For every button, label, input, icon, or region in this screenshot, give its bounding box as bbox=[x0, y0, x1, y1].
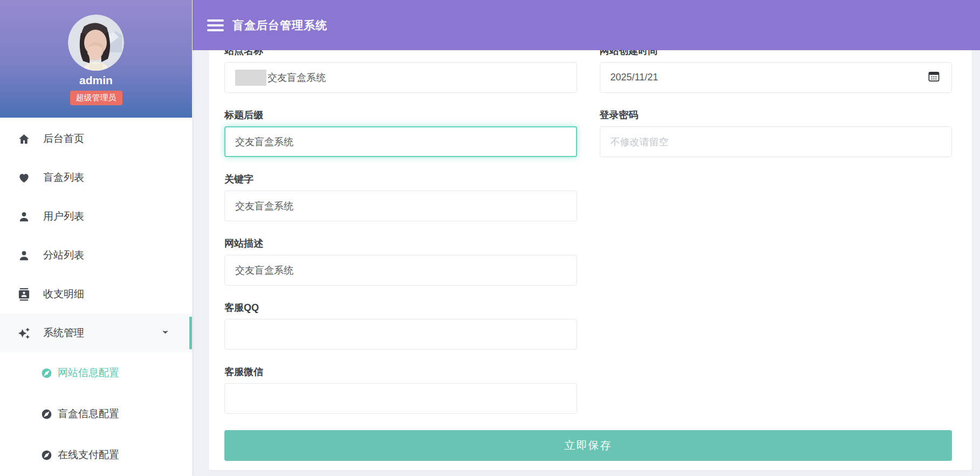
service-qq-label: 客服QQ bbox=[224, 302, 577, 314]
contact-card-icon bbox=[18, 288, 30, 301]
system-submenu: 网站信息配置 盲盒信息配置 在线支付配置 bbox=[0, 352, 192, 475]
sidebar-item-system-management[interactable]: 系统管理 bbox=[0, 314, 192, 352]
profile-section: admin 超级管理员 bbox=[0, 0, 192, 118]
compass-icon bbox=[41, 409, 52, 420]
user-icon bbox=[18, 210, 30, 223]
sidebar-item-user-list[interactable]: 用户列表 bbox=[0, 197, 192, 236]
login-password-label: 登录密码 bbox=[600, 109, 952, 121]
description-input[interactable]: 交友盲盒系统 bbox=[224, 255, 577, 285]
avatar-image bbox=[68, 15, 124, 71]
sidebar-item-transactions[interactable]: 收支明细 bbox=[0, 275, 192, 314]
submenu-item-online-payment-config[interactable]: 在线支付配置 bbox=[0, 434, 192, 475]
home-icon bbox=[18, 133, 30, 145]
field-login-password: 登录密码 不修改请留空 bbox=[600, 109, 952, 157]
sidebar-item-box-list[interactable]: 盲盒列表 bbox=[0, 158, 192, 197]
sparkles-icon bbox=[18, 327, 30, 339]
service-wechat-input[interactable] bbox=[224, 383, 577, 414]
submenu-item-site-info-config[interactable]: 网站信息配置 bbox=[0, 352, 192, 393]
settings-form: 站点名称 交友盲盒系统 网站创建时间 2025/11/21 bbox=[224, 50, 952, 461]
field-title-suffix: 标题后缀 交友盲盒系统 bbox=[224, 109, 577, 157]
chevron-down-icon bbox=[161, 327, 169, 339]
keywords-label: 关键字 bbox=[224, 173, 577, 185]
sidebar-item-label: 分站列表 bbox=[43, 248, 84, 262]
description-label: 网站描述 bbox=[224, 237, 577, 249]
sidebar-menu: 后台首页 盲盒列表 用户列表 分站列表 收支明细 bbox=[0, 119, 192, 475]
title-suffix-value: 交友盲盒系统 bbox=[235, 135, 293, 148]
sidebar-item-label: 用户列表 bbox=[43, 209, 84, 223]
sidebar-item-substation-list[interactable]: 分站列表 bbox=[0, 236, 192, 275]
created-time-label: 网站创建时间 bbox=[600, 50, 952, 57]
description-value: 交友盲盒系统 bbox=[235, 264, 293, 277]
service-wechat-label: 客服微信 bbox=[224, 366, 577, 378]
submenu-item-label: 盲盒信息配置 bbox=[58, 407, 119, 421]
login-password-input[interactable]: 不修改请留空 bbox=[600, 126, 952, 157]
title-suffix-label: 标题后缀 bbox=[224, 109, 577, 121]
site-name-input[interactable]: 交友盲盒系统 bbox=[224, 62, 577, 93]
submenu-item-box-info-config[interactable]: 盲盒信息配置 bbox=[0, 393, 192, 434]
compass-icon bbox=[41, 368, 52, 379]
calendar-icon[interactable] bbox=[928, 70, 940, 85]
hamburger-icon[interactable] bbox=[207, 17, 224, 34]
field-created-time: 网站创建时间 2025/11/21 bbox=[600, 50, 952, 93]
sidebar-item-label: 收支明细 bbox=[43, 287, 84, 301]
field-description: 网站描述 交友盲盒系统 bbox=[224, 237, 577, 285]
avatar[interactable] bbox=[68, 15, 124, 71]
login-password-placeholder: 不修改请留空 bbox=[611, 135, 669, 148]
sidebar-item-label: 系统管理 bbox=[43, 326, 84, 340]
field-service-qq: 客服QQ bbox=[224, 302, 577, 350]
keywords-input[interactable]: 交友盲盒系统 bbox=[224, 191, 577, 221]
username: admin bbox=[79, 74, 113, 87]
field-keywords: 关键字 交友盲盒系统 bbox=[224, 173, 577, 221]
redacted-text bbox=[235, 70, 266, 86]
app-title: 盲盒后台管理系统 bbox=[232, 18, 327, 33]
service-qq-input[interactable] bbox=[224, 319, 577, 350]
sidebar-item-label: 盲盒列表 bbox=[43, 171, 84, 185]
submenu-item-label: 网站信息配置 bbox=[58, 366, 119, 380]
role-badge: 超级管理员 bbox=[70, 91, 122, 105]
title-suffix-input[interactable]: 交友盲盒系统 bbox=[224, 126, 577, 157]
sidebar-item-dashboard[interactable]: 后台首页 bbox=[0, 119, 192, 158]
sidebar-item-label: 后台首页 bbox=[43, 132, 84, 146]
heart-icon bbox=[18, 172, 30, 184]
save-button[interactable]: 立即保存 bbox=[224, 430, 952, 461]
settings-form-card: 站点名称 交友盲盒系统 网站创建时间 2025/11/21 bbox=[209, 50, 972, 470]
created-time-input[interactable]: 2025/11/21 bbox=[600, 62, 952, 93]
submenu-item-label: 在线支付配置 bbox=[58, 448, 119, 462]
field-service-wechat: 客服微信 bbox=[224, 366, 577, 414]
user-icon bbox=[18, 249, 30, 262]
field-site-name: 站点名称 交友盲盒系统 bbox=[224, 50, 577, 93]
top-header: 盲盒后台管理系统 bbox=[193, 0, 980, 50]
compass-icon bbox=[41, 450, 52, 461]
site-name-label: 站点名称 bbox=[224, 50, 577, 57]
main-content: 站点名称 交友盲盒系统 网站创建时间 2025/11/21 bbox=[193, 50, 980, 476]
sidebar: admin 超级管理员 后台首页 盲盒列表 用户列表 分站列表 bbox=[0, 0, 193, 476]
created-time-value: 2025/11/21 bbox=[611, 72, 659, 83]
site-name-value: 交友盲盒系统 bbox=[268, 71, 326, 84]
keywords-value: 交友盲盒系统 bbox=[235, 200, 293, 213]
